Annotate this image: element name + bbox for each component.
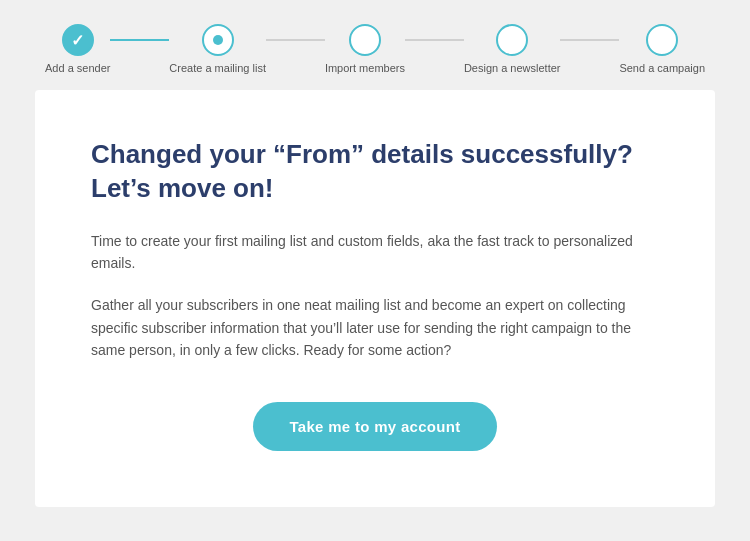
step-label-create-mailing-list: Create a mailing list — [169, 62, 266, 74]
main-card: Changed your “From” details successfully… — [35, 90, 715, 507]
step-design-newsletter: Design a newsletter — [464, 24, 561, 74]
progress-bar: ✓ Add a sender Create a mailing list Imp… — [0, 0, 750, 90]
step-import-members: Import members — [325, 24, 405, 74]
connector-4 — [560, 39, 619, 41]
card-title: Changed your “From” details successfully… — [91, 138, 659, 206]
connector-1 — [110, 39, 169, 41]
checkmark-icon: ✓ — [71, 31, 84, 50]
connector-2 — [266, 39, 325, 41]
card-paragraph-1: Time to create your first mailing list a… — [91, 230, 659, 275]
step-add-sender: ✓ Add a sender — [45, 24, 110, 74]
step-create-mailing-list: Create a mailing list — [169, 24, 266, 74]
step-circle-send-campaign — [646, 24, 678, 56]
step-label-design-newsletter: Design a newsletter — [464, 62, 561, 74]
take-me-to-account-button[interactable]: Take me to my account — [253, 402, 496, 451]
step-send-campaign: Send a campaign — [619, 24, 705, 74]
step-label-add-sender: Add a sender — [45, 62, 110, 74]
connector-3 — [405, 39, 464, 41]
cta-container: Take me to my account — [91, 402, 659, 451]
step-label-import-members: Import members — [325, 62, 405, 74]
step-circle-add-sender: ✓ — [62, 24, 94, 56]
step-circle-import-members — [349, 24, 381, 56]
step-circle-create-mailing-list — [202, 24, 234, 56]
card-paragraph-2: Gather all your subscribers in one neat … — [91, 294, 659, 361]
step-label-send-campaign: Send a campaign — [619, 62, 705, 74]
step-circle-design-newsletter — [496, 24, 528, 56]
